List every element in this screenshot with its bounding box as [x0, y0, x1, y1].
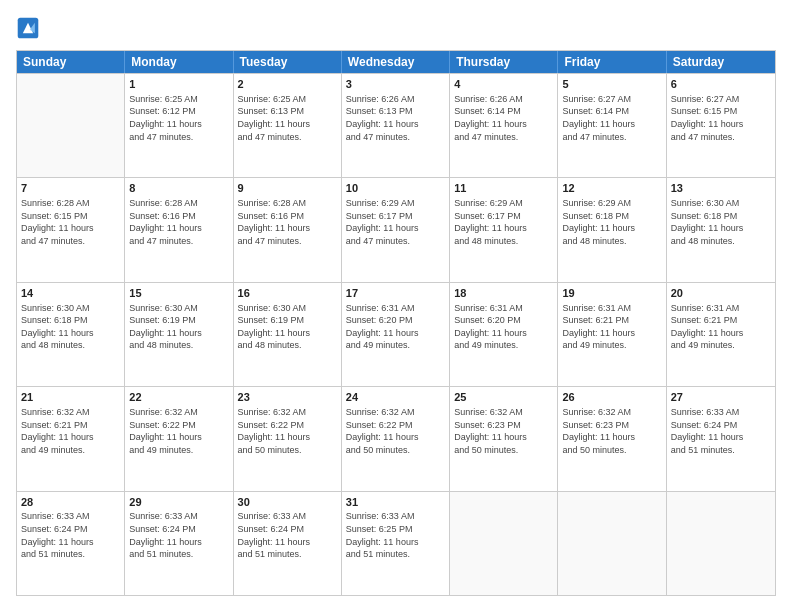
day-info: Sunrise: 6:31 AM Sunset: 6:21 PM Dayligh… — [671, 302, 771, 352]
cal-cell: 21Sunrise: 6:32 AM Sunset: 6:21 PM Dayli… — [17, 387, 125, 490]
day-number: 16 — [238, 286, 337, 301]
day-number: 5 — [562, 77, 661, 92]
day-number: 19 — [562, 286, 661, 301]
calendar: SundayMondayTuesdayWednesdayThursdayFrid… — [16, 50, 776, 596]
day-info: Sunrise: 6:29 AM Sunset: 6:18 PM Dayligh… — [562, 197, 661, 247]
cal-header-day-wednesday: Wednesday — [342, 51, 450, 73]
header — [16, 16, 776, 40]
day-number: 4 — [454, 77, 553, 92]
cal-cell: 7Sunrise: 6:28 AM Sunset: 6:15 PM Daylig… — [17, 178, 125, 281]
cal-cell — [667, 492, 775, 595]
day-info: Sunrise: 6:31 AM Sunset: 6:20 PM Dayligh… — [346, 302, 445, 352]
day-number: 6 — [671, 77, 771, 92]
day-number: 22 — [129, 390, 228, 405]
day-info: Sunrise: 6:25 AM Sunset: 6:13 PM Dayligh… — [238, 93, 337, 143]
day-info: Sunrise: 6:28 AM Sunset: 6:16 PM Dayligh… — [129, 197, 228, 247]
cal-header-day-monday: Monday — [125, 51, 233, 73]
cal-week-4: 21Sunrise: 6:32 AM Sunset: 6:21 PM Dayli… — [17, 386, 775, 490]
day-info: Sunrise: 6:26 AM Sunset: 6:14 PM Dayligh… — [454, 93, 553, 143]
day-info: Sunrise: 6:28 AM Sunset: 6:15 PM Dayligh… — [21, 197, 120, 247]
day-info: Sunrise: 6:27 AM Sunset: 6:14 PM Dayligh… — [562, 93, 661, 143]
day-number: 21 — [21, 390, 120, 405]
cal-cell: 12Sunrise: 6:29 AM Sunset: 6:18 PM Dayli… — [558, 178, 666, 281]
cal-cell: 26Sunrise: 6:32 AM Sunset: 6:23 PM Dayli… — [558, 387, 666, 490]
day-info: Sunrise: 6:30 AM Sunset: 6:19 PM Dayligh… — [129, 302, 228, 352]
day-number: 14 — [21, 286, 120, 301]
day-number: 30 — [238, 495, 337, 510]
cal-cell: 14Sunrise: 6:30 AM Sunset: 6:18 PM Dayli… — [17, 283, 125, 386]
day-info: Sunrise: 6:30 AM Sunset: 6:19 PM Dayligh… — [238, 302, 337, 352]
day-info: Sunrise: 6:32 AM Sunset: 6:21 PM Dayligh… — [21, 406, 120, 456]
day-info: Sunrise: 6:33 AM Sunset: 6:24 PM Dayligh… — [129, 510, 228, 560]
day-number: 17 — [346, 286, 445, 301]
day-info: Sunrise: 6:32 AM Sunset: 6:23 PM Dayligh… — [454, 406, 553, 456]
cal-cell: 1Sunrise: 6:25 AM Sunset: 6:12 PM Daylig… — [125, 74, 233, 177]
cal-header-day-friday: Friday — [558, 51, 666, 73]
cal-cell: 15Sunrise: 6:30 AM Sunset: 6:19 PM Dayli… — [125, 283, 233, 386]
cal-week-5: 28Sunrise: 6:33 AM Sunset: 6:24 PM Dayli… — [17, 491, 775, 595]
cal-cell — [17, 74, 125, 177]
day-number: 27 — [671, 390, 771, 405]
day-info: Sunrise: 6:27 AM Sunset: 6:15 PM Dayligh… — [671, 93, 771, 143]
day-info: Sunrise: 6:32 AM Sunset: 6:22 PM Dayligh… — [238, 406, 337, 456]
day-number: 10 — [346, 181, 445, 196]
cal-cell: 6Sunrise: 6:27 AM Sunset: 6:15 PM Daylig… — [667, 74, 775, 177]
day-number: 9 — [238, 181, 337, 196]
cal-cell: 25Sunrise: 6:32 AM Sunset: 6:23 PM Dayli… — [450, 387, 558, 490]
day-number: 26 — [562, 390, 661, 405]
calendar-header-row: SundayMondayTuesdayWednesdayThursdayFrid… — [17, 51, 775, 73]
day-number: 3 — [346, 77, 445, 92]
cal-cell: 23Sunrise: 6:32 AM Sunset: 6:22 PM Dayli… — [234, 387, 342, 490]
day-info: Sunrise: 6:29 AM Sunset: 6:17 PM Dayligh… — [346, 197, 445, 247]
day-number: 2 — [238, 77, 337, 92]
day-info: Sunrise: 6:30 AM Sunset: 6:18 PM Dayligh… — [21, 302, 120, 352]
cal-cell: 4Sunrise: 6:26 AM Sunset: 6:14 PM Daylig… — [450, 74, 558, 177]
day-info: Sunrise: 6:33 AM Sunset: 6:25 PM Dayligh… — [346, 510, 445, 560]
cal-header-day-sunday: Sunday — [17, 51, 125, 73]
cal-header-day-thursday: Thursday — [450, 51, 558, 73]
cal-cell: 3Sunrise: 6:26 AM Sunset: 6:13 PM Daylig… — [342, 74, 450, 177]
day-number: 28 — [21, 495, 120, 510]
day-number: 31 — [346, 495, 445, 510]
cal-cell: 28Sunrise: 6:33 AM Sunset: 6:24 PM Dayli… — [17, 492, 125, 595]
day-number: 18 — [454, 286, 553, 301]
cal-header-day-saturday: Saturday — [667, 51, 775, 73]
day-number: 11 — [454, 181, 553, 196]
calendar-body: 1Sunrise: 6:25 AM Sunset: 6:12 PM Daylig… — [17, 73, 775, 595]
cal-week-2: 7Sunrise: 6:28 AM Sunset: 6:15 PM Daylig… — [17, 177, 775, 281]
day-number: 12 — [562, 181, 661, 196]
day-info: Sunrise: 6:32 AM Sunset: 6:22 PM Dayligh… — [346, 406, 445, 456]
day-number: 24 — [346, 390, 445, 405]
day-number: 8 — [129, 181, 228, 196]
cal-cell: 19Sunrise: 6:31 AM Sunset: 6:21 PM Dayli… — [558, 283, 666, 386]
day-info: Sunrise: 6:33 AM Sunset: 6:24 PM Dayligh… — [21, 510, 120, 560]
day-number: 29 — [129, 495, 228, 510]
day-info: Sunrise: 6:32 AM Sunset: 6:23 PM Dayligh… — [562, 406, 661, 456]
logo — [16, 16, 44, 40]
cal-cell: 17Sunrise: 6:31 AM Sunset: 6:20 PM Dayli… — [342, 283, 450, 386]
cal-cell — [558, 492, 666, 595]
day-info: Sunrise: 6:32 AM Sunset: 6:22 PM Dayligh… — [129, 406, 228, 456]
day-number: 7 — [21, 181, 120, 196]
day-info: Sunrise: 6:33 AM Sunset: 6:24 PM Dayligh… — [671, 406, 771, 456]
cal-cell: 29Sunrise: 6:33 AM Sunset: 6:24 PM Dayli… — [125, 492, 233, 595]
cal-cell: 18Sunrise: 6:31 AM Sunset: 6:20 PM Dayli… — [450, 283, 558, 386]
cal-cell: 24Sunrise: 6:32 AM Sunset: 6:22 PM Dayli… — [342, 387, 450, 490]
cal-cell: 13Sunrise: 6:30 AM Sunset: 6:18 PM Dayli… — [667, 178, 775, 281]
cal-cell: 16Sunrise: 6:30 AM Sunset: 6:19 PM Dayli… — [234, 283, 342, 386]
page: SundayMondayTuesdayWednesdayThursdayFrid… — [0, 0, 792, 612]
day-info: Sunrise: 6:30 AM Sunset: 6:18 PM Dayligh… — [671, 197, 771, 247]
day-info: Sunrise: 6:25 AM Sunset: 6:12 PM Dayligh… — [129, 93, 228, 143]
day-number: 23 — [238, 390, 337, 405]
cal-cell — [450, 492, 558, 595]
day-number: 15 — [129, 286, 228, 301]
day-info: Sunrise: 6:33 AM Sunset: 6:24 PM Dayligh… — [238, 510, 337, 560]
cal-cell: 8Sunrise: 6:28 AM Sunset: 6:16 PM Daylig… — [125, 178, 233, 281]
cal-cell: 31Sunrise: 6:33 AM Sunset: 6:25 PM Dayli… — [342, 492, 450, 595]
cal-cell: 9Sunrise: 6:28 AM Sunset: 6:16 PM Daylig… — [234, 178, 342, 281]
logo-icon — [16, 16, 40, 40]
day-info: Sunrise: 6:31 AM Sunset: 6:21 PM Dayligh… — [562, 302, 661, 352]
cal-cell: 2Sunrise: 6:25 AM Sunset: 6:13 PM Daylig… — [234, 74, 342, 177]
cal-cell: 27Sunrise: 6:33 AM Sunset: 6:24 PM Dayli… — [667, 387, 775, 490]
day-number: 25 — [454, 390, 553, 405]
